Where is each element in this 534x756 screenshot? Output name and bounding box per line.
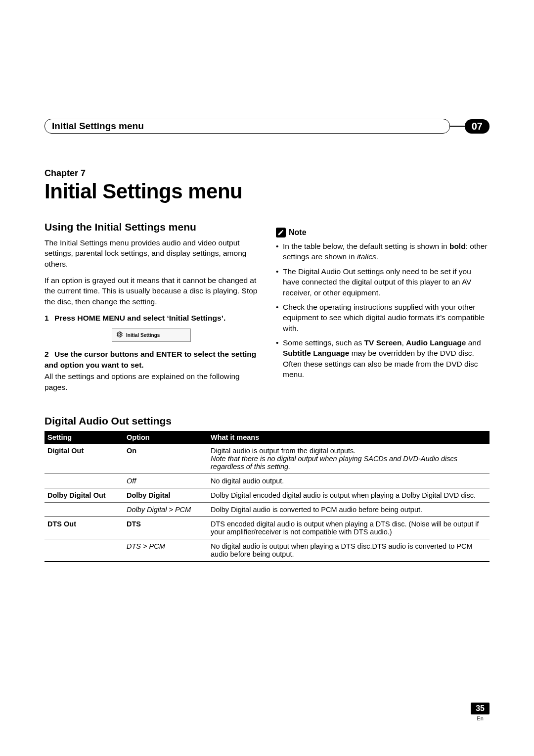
cell-setting: [44, 502, 124, 517]
cell-meaning: DTS encoded digital audio is output when…: [208, 517, 490, 539]
cell-setting: [44, 473, 124, 488]
gear-icon: [116, 331, 123, 340]
col-setting-header: Setting: [44, 431, 124, 444]
table-row: DTS > PCMNo digital audio is output when…: [44, 539, 490, 562]
table-header-row: Setting Option What it means: [44, 431, 490, 444]
page-number: 35: [471, 703, 490, 714]
step-2-number: 2: [44, 349, 54, 359]
col-option-header: Option: [124, 431, 208, 444]
initial-settings-menu-item: Initial Settings: [112, 329, 191, 342]
cell-option: Off: [124, 473, 208, 488]
page-footer: 35 En: [471, 703, 490, 721]
using-heading: Using the Initial Settings menu: [44, 220, 258, 235]
table-row: Dolby Digital > PCMDolby Digital audio i…: [44, 502, 490, 517]
note-item-1: In the table below, the default setting …: [276, 241, 490, 262]
followup-paragraph: All the settings and options are explain…: [44, 371, 258, 392]
step-1: 1Press HOME MENU and select ‘Initial Set…: [44, 313, 258, 323]
cell-setting: Digital Out: [44, 444, 124, 474]
cell-setting: DTS Out: [44, 517, 124, 539]
note-heading: Note: [276, 227, 490, 238]
cell-option: Dolby Digital > PCM: [124, 502, 208, 517]
note-item-3: Check the operating instructions supplie…: [276, 302, 490, 333]
table-row: Digital OutOnDigital audio is output fro…: [44, 444, 490, 474]
step-1-text: Press HOME MENU and select ‘Initial Sett…: [54, 314, 225, 322]
cell-meaning: Digital audio is output from the digital…: [208, 444, 490, 474]
cell-meaning: No digital audio output.: [208, 473, 490, 488]
note-item-4: Some settings, such as TV Screen, Audio …: [276, 337, 490, 380]
cell-meaning: Dolby Digital encoded digital audio is o…: [208, 488, 490, 502]
pencil-icon: [276, 228, 286, 237]
chapter-number: 07: [472, 121, 483, 132]
table-row: OffNo digital audio output.: [44, 473, 490, 488]
cell-setting: [44, 539, 124, 562]
svg-point-0: [119, 333, 121, 335]
note-label: Note: [289, 227, 307, 238]
step-1-number: 1: [44, 313, 54, 323]
intro-paragraph-1: The Initial Settings menu provides audio…: [44, 237, 258, 269]
cell-option: Dolby Digital: [124, 488, 208, 502]
step-2: 2Use the cursor buttons and ENTER to sel…: [44, 349, 258, 370]
table-heading: Digital Audio Out settings: [44, 415, 490, 427]
table-row: Dolby Digital OutDolby DigitalDolby Digi…: [44, 488, 490, 502]
page-language: En: [471, 715, 490, 721]
header-title-pill: Initial Settings menu: [44, 119, 450, 134]
body-columns: Using the Initial Settings menu The Init…: [44, 220, 490, 398]
cell-meaning: No digital audio is output when playing …: [208, 539, 490, 562]
menu-item-label: Initial Settings: [126, 332, 160, 339]
note-list: In the table below, the default setting …: [276, 241, 490, 380]
left-column: Using the Initial Settings menu The Init…: [44, 220, 258, 398]
step-2-text: Use the cursor buttons and ENTER to sele…: [44, 350, 256, 369]
cell-option: DTS > PCM: [124, 539, 208, 562]
note-item-2: The Digital Audio Out settings only need…: [276, 266, 490, 298]
chapter-title: Initial Settings menu: [44, 180, 490, 203]
col-meaning-header: What it means: [208, 431, 490, 444]
right-column: Note In the table below, the default set…: [276, 220, 490, 398]
table-row: DTS OutDTSDTS encoded digital audio is o…: [44, 517, 490, 539]
cell-meaning: Dolby Digital audio is converted to PCM …: [208, 502, 490, 517]
chapter-header: Initial Settings menu 07: [44, 119, 490, 134]
chapter-label: Chapter 7: [44, 168, 490, 179]
chapter-number-badge: 07: [465, 119, 490, 134]
cell-setting: Dolby Digital Out: [44, 488, 124, 502]
header-connector: [450, 126, 465, 127]
cell-option: On: [124, 444, 208, 474]
cell-option: DTS: [124, 517, 208, 539]
header-title: Initial Settings menu: [52, 121, 144, 131]
digital-audio-out-table: Setting Option What it means Digital Out…: [44, 431, 490, 562]
intro-paragraph-2: If an option is grayed out it means that…: [44, 275, 258, 307]
